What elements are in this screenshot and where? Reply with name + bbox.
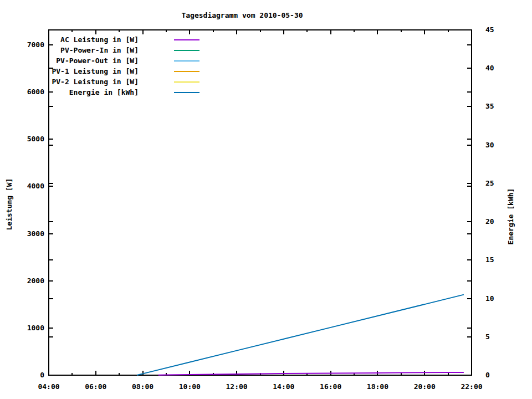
legend-item-pv2-leistung: PV-2 Leistung in [W] <box>11 76 200 87</box>
legend-item-pv1-leistung: PV-1 Leistung in [W] <box>11 66 200 76</box>
tick-label: 30 <box>485 141 508 149</box>
tick-label: 14:00 <box>267 382 300 391</box>
legend-item-ac-leistung: AC Leistung in [W] <box>11 34 200 45</box>
legend: AC Leistung in [W] PV-Power-In in [W] PV… <box>11 34 200 98</box>
chart-canvas: Tagesdiagramm vom 2010-05-30 Leistung [W… <box>0 0 532 399</box>
legend-line-sample <box>174 92 200 93</box>
tick-label: 15 <box>485 255 508 264</box>
tick-label: 3000 <box>16 229 44 238</box>
legend-label: Energie in [kWh] <box>11 88 139 96</box>
tick-label: 04:00 <box>32 382 65 391</box>
tick-label: 20 <box>485 217 508 226</box>
legend-item-pv-power-in: PV-Power-In in [W] <box>11 45 200 55</box>
tick-label: 10 <box>485 294 508 303</box>
legend-label: PV-2 Leistung in [W] <box>11 78 139 86</box>
legend-label: PV-Power-Out in [W] <box>11 57 139 65</box>
tick-label: 12:00 <box>220 382 253 391</box>
legend-line-sample <box>174 50 200 51</box>
series-line <box>137 295 464 375</box>
tick-label: 5 <box>485 332 508 341</box>
legend-label: PV-1 Leistung in [W] <box>11 67 139 75</box>
tick-label: 5000 <box>16 135 44 143</box>
tick-label: 20:00 <box>408 382 441 391</box>
tick-label: 18:00 <box>361 382 394 391</box>
tick-label: 10:00 <box>173 382 206 391</box>
tick-label: 0 <box>16 371 44 379</box>
tick-label: 2000 <box>16 277 44 285</box>
tick-label: 1000 <box>16 324 44 332</box>
tick-label: 25 <box>485 179 508 187</box>
legend-line-sample <box>174 39 200 40</box>
tick-label: 16:00 <box>314 382 347 391</box>
data-series-lines <box>137 295 464 375</box>
legend-item-pv-power-out: PV-Power-Out in [W] <box>11 55 200 66</box>
tick-label: 35 <box>485 102 508 110</box>
legend-item-energie: Energie in [kWh] <box>11 87 200 98</box>
tick-label: 45 <box>485 25 508 34</box>
legend-line-sample <box>174 71 200 72</box>
legend-label: PV-Power-In in [W] <box>11 46 139 54</box>
tick-label: 40 <box>485 64 508 72</box>
tick-label: 06:00 <box>79 382 112 391</box>
legend-line-sample <box>174 60 200 62</box>
tick-label: 22:00 <box>455 382 488 391</box>
tick-label: 08:00 <box>126 382 160 391</box>
legend-line-sample <box>174 81 200 83</box>
legend-label: AC Leistung in [W] <box>11 35 139 44</box>
tick-label: 4000 <box>16 182 44 190</box>
tick-label: 0 <box>485 371 508 379</box>
